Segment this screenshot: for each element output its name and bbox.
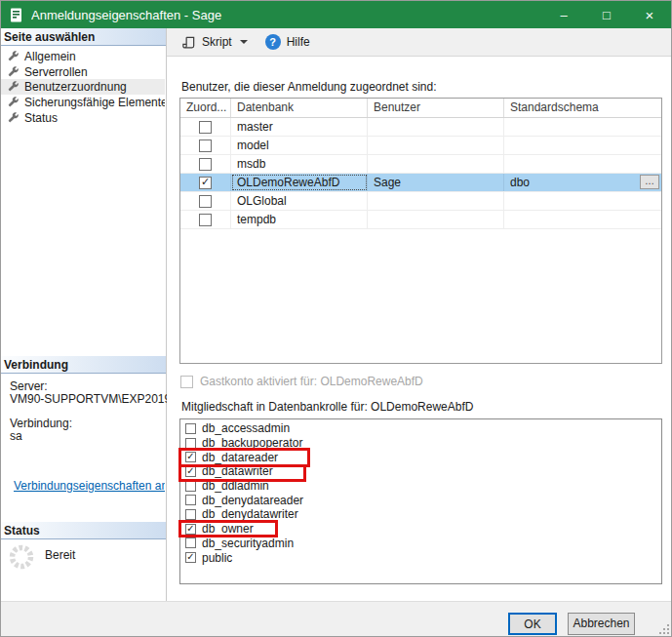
- user-cell[interactable]: [368, 118, 504, 136]
- guest-account-checkbox: [180, 376, 193, 388]
- minimize-button[interactable]: –: [542, 1, 585, 28]
- content-pane: Skript ? Hilfe Benutzer, die dieser Anme…: [167, 28, 672, 601]
- map-cell: [180, 155, 231, 173]
- database-cell[interactable]: msdb: [231, 155, 368, 173]
- guest-account-label: Gastkonto aktiviert für: OLDemoReweAbfD: [200, 375, 423, 388]
- role-row-db-securityadmin[interactable]: db_securityadmin: [180, 537, 661, 551]
- sidebar-nav: Allgemein Serverrollen Benutzerzuordnung…: [1, 49, 165, 125]
- sidebar-item-allgemein[interactable]: Allgemein: [1, 49, 165, 64]
- schema-cell[interactable]: [504, 211, 661, 228]
- column-header-datenbank[interactable]: Datenbank: [231, 99, 368, 117]
- role-row-db-ddladmin[interactable]: db_ddladmin: [180, 479, 661, 494]
- role-checkbox[interactable]: [185, 524, 196, 535]
- role-checkbox[interactable]: [185, 423, 196, 434]
- connection-label: Verbindung:: [10, 417, 72, 430]
- login-properties-dialog: Anmeldungseigenschaften - Sage – □ × Sei…: [0, 0, 672, 637]
- schema-cell[interactable]: [504, 137, 661, 154]
- role-label: db_datareader: [202, 451, 278, 464]
- sidebar-header-status: Status: [1, 522, 166, 539]
- user-cell[interactable]: [368, 192, 504, 210]
- database-roles-list: db_accessadmin db_backupoperator db_data…: [179, 418, 662, 584]
- role-row-db-datareader[interactable]: db_datareader: [180, 450, 661, 464]
- column-header-zuordnen[interactable]: Zuord...: [180, 99, 231, 117]
- spinner-icon: [8, 543, 35, 571]
- role-row-public[interactable]: public: [180, 550, 661, 565]
- map-checkbox[interactable]: [199, 139, 212, 152]
- database-cell[interactable]: OLGlobal: [231, 192, 368, 210]
- table-row[interactable]: model: [180, 137, 661, 155]
- role-checkbox[interactable]: [185, 509, 196, 520]
- role-row-db-datawriter[interactable]: db_datawriter: [180, 464, 661, 479]
- role-label: db_securityadmin: [202, 537, 294, 550]
- column-header-standardschema[interactable]: Standardschema: [504, 99, 661, 117]
- window-title: Anmeldungseigenschaften - Sage: [31, 8, 542, 22]
- role-row-db-denydatawriter[interactable]: db_denydatawriter: [180, 507, 661, 522]
- user-cell[interactable]: Sage: [368, 174, 504, 191]
- schema-cell[interactable]: [504, 155, 661, 173]
- schema-cell[interactable]: [504, 118, 661, 136]
- schema-cell[interactable]: [504, 192, 661, 210]
- ok-button[interactable]: OK: [508, 613, 557, 635]
- role-checkbox[interactable]: [185, 438, 196, 449]
- roles-membership-label: Mitgliedschaft in Datenbankrolle für: OL…: [181, 400, 473, 414]
- role-row-db-denydatareader[interactable]: db_denydatareader: [180, 493, 661, 507]
- role-checkbox[interactable]: [185, 537, 196, 548]
- guest-account-row: Gastkonto aktiviert für: OLDemoReweAbfD: [180, 375, 423, 388]
- table-row[interactable]: master: [180, 118, 661, 137]
- role-row-db-owner[interactable]: db_owner: [180, 522, 661, 537]
- column-header-benutzer[interactable]: Benutzer: [368, 99, 504, 117]
- map-cell: [180, 137, 231, 154]
- table-row[interactable]: msdb: [180, 155, 661, 174]
- browse-schema-button[interactable]: …: [640, 175, 659, 189]
- role-label: db_ddladmin: [202, 479, 269, 493]
- sidebar-item-label: Status: [24, 111, 58, 125]
- wrench-icon: [8, 51, 20, 62]
- maximize-button[interactable]: □: [585, 1, 628, 28]
- map-checkbox[interactable]: [199, 214, 212, 226]
- role-label: db_accessadmin: [202, 421, 290, 435]
- map-checkbox[interactable]: [199, 177, 212, 189]
- role-row-db-accessadmin[interactable]: db_accessadmin: [180, 421, 661, 436]
- connection-properties-link[interactable]: Verbindungseigenschaften anzeigen: [14, 479, 165, 493]
- sidebar-item-sicherungsfaehige-elemente[interactable]: Sicherungsfähige Elemente: [1, 95, 165, 110]
- map-checkbox[interactable]: [199, 158, 212, 171]
- sidebar-item-benutzerzuordnung[interactable]: Benutzerzuordnung: [1, 79, 165, 95]
- map-checkbox[interactable]: [199, 121, 212, 134]
- wrench-icon: [8, 97, 20, 108]
- map-cell: [180, 118, 231, 136]
- role-row-db-backupoperator[interactable]: db_backupoperator: [180, 436, 661, 451]
- table-row-selected[interactable]: OLDemoReweAbfD Sage dbo …: [180, 174, 661, 192]
- role-checkbox[interactable]: [185, 495, 196, 505]
- resize-grip[interactable]: [658, 623, 670, 635]
- user-cell[interactable]: [368, 155, 504, 173]
- database-cell[interactable]: OLDemoReweAbfD: [231, 174, 368, 191]
- sidebar-item-status[interactable]: Status: [1, 110, 165, 126]
- sidebar: Seite auswählen Allgemein Serverrollen B…: [1, 28, 167, 601]
- close-button[interactable]: ×: [628, 1, 671, 28]
- role-label: db_denydatareader: [202, 494, 303, 507]
- role-checkbox[interactable]: [185, 552, 196, 563]
- dialog-footer: OK Abbrechen: [1, 601, 672, 637]
- chevron-down-icon[interactable]: [240, 40, 248, 44]
- wrench-icon: [8, 81, 20, 93]
- role-checkbox[interactable]: [185, 452, 196, 462]
- schema-cell[interactable]: dbo …: [504, 174, 661, 191]
- role-checkbox[interactable]: [185, 466, 196, 477]
- table-row[interactable]: tempdb: [180, 211, 661, 229]
- user-cell[interactable]: [368, 211, 504, 228]
- database-cell[interactable]: master: [231, 118, 368, 136]
- hilfe-button[interactable]: ? Hilfe: [261, 30, 314, 54]
- skript-button[interactable]: Skript: [178, 30, 252, 54]
- user-cell[interactable]: [368, 137, 504, 154]
- map-checkbox[interactable]: [199, 195, 212, 208]
- database-cell[interactable]: tempdb: [231, 211, 368, 228]
- table-header: Zuord... Datenbank Benutzer Standardsche…: [180, 99, 661, 118]
- role-checkbox[interactable]: [185, 481, 196, 492]
- cancel-button[interactable]: Abbrechen: [568, 613, 635, 635]
- sidebar-item-serverrollen[interactable]: Serverrollen: [1, 64, 165, 80]
- wrench-icon: [8, 66, 20, 78]
- role-label: db_backupoperator: [202, 436, 302, 450]
- server-login-icon: [10, 8, 22, 22]
- table-row[interactable]: OLGlobal: [180, 192, 661, 211]
- database-cell[interactable]: model: [231, 137, 368, 154]
